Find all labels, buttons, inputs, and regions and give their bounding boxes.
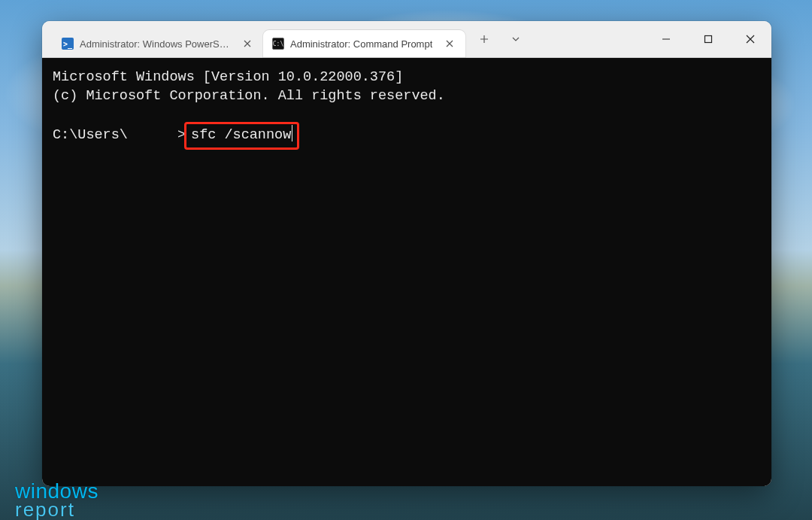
maximize-button[interactable] [687, 21, 729, 57]
terminal-content[interactable]: Microsoft Windows [Version 10.0.22000.37… [42, 58, 771, 486]
watermark-logo: windows report [15, 482, 98, 518]
tab-dropdown-button[interactable] [501, 27, 530, 51]
tab-actions [465, 21, 535, 57]
tab-title: Administrator: Command Prompt [290, 38, 432, 50]
redacted-username [128, 126, 177, 141]
close-window-button[interactable] [729, 21, 771, 57]
prompt-path-prefix: C:\Users\ [53, 127, 128, 143]
command-highlight-box: sfc /scannow [184, 122, 299, 150]
minimize-button[interactable] [645, 21, 687, 57]
tab-strip: >_ Administrator: Windows PowerShell C:\… [42, 21, 465, 57]
svg-rect-0 [705, 36, 712, 43]
close-tab-button[interactable] [241, 37, 254, 50]
watermark-line2: report [15, 501, 98, 518]
banner-line: Microsoft Windows [Version 10.0.22000.37… [53, 69, 403, 85]
tab-title: Administrator: Windows PowerShell [80, 38, 230, 50]
tab-command-prompt[interactable]: C:\ Administrator: Command Prompt [263, 30, 465, 57]
text-cursor [292, 125, 292, 141]
window-controls [645, 21, 771, 57]
banner-line: (c) Microsoft Corporation. All rights re… [53, 88, 445, 104]
tab-powershell[interactable]: >_ Administrator: Windows PowerShell [53, 30, 263, 57]
close-tab-button[interactable] [443, 37, 456, 50]
window-titlebar[interactable]: >_ Administrator: Windows PowerShell C:\… [42, 21, 771, 58]
cmd-icon: C:\ [272, 38, 284, 50]
terminal-window: >_ Administrator: Windows PowerShell C:\… [42, 21, 771, 486]
powershell-icon: >_ [62, 38, 74, 50]
desktop-wallpaper: >_ Administrator: Windows PowerShell C:\… [0, 0, 812, 520]
new-tab-button[interactable] [470, 27, 498, 51]
typed-command: sfc /scannow [191, 127, 291, 143]
titlebar-drag-area[interactable] [535, 21, 645, 57]
